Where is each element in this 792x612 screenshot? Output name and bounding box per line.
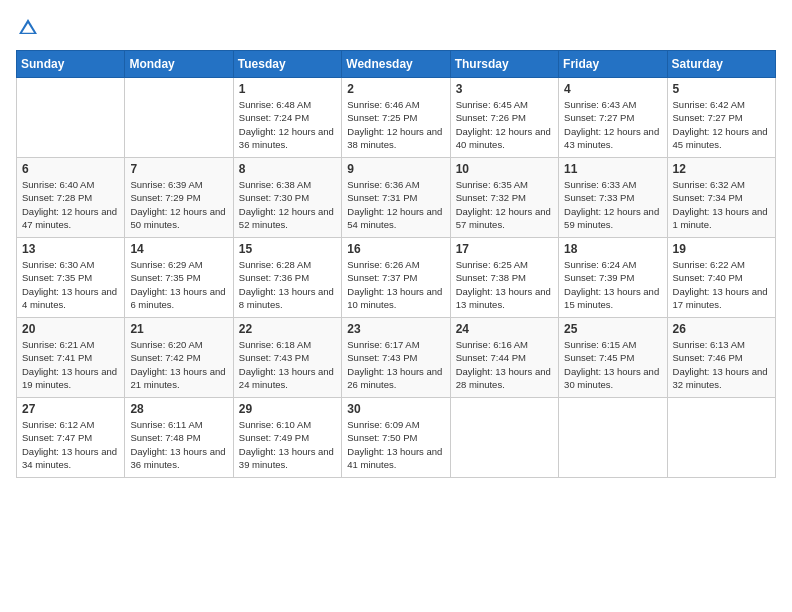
calendar-week-4: 20Sunrise: 6:21 AM Sunset: 7:41 PM Dayli… xyxy=(17,318,776,398)
calendar-cell: 13Sunrise: 6:30 AM Sunset: 7:35 PM Dayli… xyxy=(17,238,125,318)
calendar-cell: 2Sunrise: 6:46 AM Sunset: 7:25 PM Daylig… xyxy=(342,78,450,158)
calendar-cell: 15Sunrise: 6:28 AM Sunset: 7:36 PM Dayli… xyxy=(233,238,341,318)
page-header xyxy=(16,16,776,40)
calendar-cell: 19Sunrise: 6:22 AM Sunset: 7:40 PM Dayli… xyxy=(667,238,775,318)
day-number: 9 xyxy=(347,162,444,176)
calendar-cell: 29Sunrise: 6:10 AM Sunset: 7:49 PM Dayli… xyxy=(233,398,341,478)
day-info: Sunrise: 6:43 AM Sunset: 7:27 PM Dayligh… xyxy=(564,98,661,151)
day-number: 23 xyxy=(347,322,444,336)
day-number: 25 xyxy=(564,322,661,336)
calendar-cell: 20Sunrise: 6:21 AM Sunset: 7:41 PM Dayli… xyxy=(17,318,125,398)
calendar-week-1: 1Sunrise: 6:48 AM Sunset: 7:24 PM Daylig… xyxy=(17,78,776,158)
day-number: 3 xyxy=(456,82,553,96)
calendar-cell: 18Sunrise: 6:24 AM Sunset: 7:39 PM Dayli… xyxy=(559,238,667,318)
day-number: 12 xyxy=(673,162,770,176)
day-header-tuesday: Tuesday xyxy=(233,51,341,78)
calendar-cell: 8Sunrise: 6:38 AM Sunset: 7:30 PM Daylig… xyxy=(233,158,341,238)
day-info: Sunrise: 6:10 AM Sunset: 7:49 PM Dayligh… xyxy=(239,418,336,471)
day-number: 4 xyxy=(564,82,661,96)
calendar-cell: 23Sunrise: 6:17 AM Sunset: 7:43 PM Dayli… xyxy=(342,318,450,398)
calendar-cell: 1Sunrise: 6:48 AM Sunset: 7:24 PM Daylig… xyxy=(233,78,341,158)
day-header-sunday: Sunday xyxy=(17,51,125,78)
calendar-cell xyxy=(17,78,125,158)
calendar-cell: 6Sunrise: 6:40 AM Sunset: 7:28 PM Daylig… xyxy=(17,158,125,238)
day-number: 1 xyxy=(239,82,336,96)
day-number: 22 xyxy=(239,322,336,336)
calendar-cell: 21Sunrise: 6:20 AM Sunset: 7:42 PM Dayli… xyxy=(125,318,233,398)
day-number: 18 xyxy=(564,242,661,256)
calendar-cell xyxy=(450,398,558,478)
calendar-cell: 24Sunrise: 6:16 AM Sunset: 7:44 PM Dayli… xyxy=(450,318,558,398)
calendar-cell: 28Sunrise: 6:11 AM Sunset: 7:48 PM Dayli… xyxy=(125,398,233,478)
calendar-week-2: 6Sunrise: 6:40 AM Sunset: 7:28 PM Daylig… xyxy=(17,158,776,238)
day-number: 7 xyxy=(130,162,227,176)
calendar-cell: 12Sunrise: 6:32 AM Sunset: 7:34 PM Dayli… xyxy=(667,158,775,238)
day-number: 16 xyxy=(347,242,444,256)
day-info: Sunrise: 6:40 AM Sunset: 7:28 PM Dayligh… xyxy=(22,178,119,231)
day-header-thursday: Thursday xyxy=(450,51,558,78)
day-info: Sunrise: 6:35 AM Sunset: 7:32 PM Dayligh… xyxy=(456,178,553,231)
day-info: Sunrise: 6:21 AM Sunset: 7:41 PM Dayligh… xyxy=(22,338,119,391)
day-number: 30 xyxy=(347,402,444,416)
calendar-cell: 5Sunrise: 6:42 AM Sunset: 7:27 PM Daylig… xyxy=(667,78,775,158)
day-number: 24 xyxy=(456,322,553,336)
day-number: 8 xyxy=(239,162,336,176)
day-info: Sunrise: 6:16 AM Sunset: 7:44 PM Dayligh… xyxy=(456,338,553,391)
day-info: Sunrise: 6:28 AM Sunset: 7:36 PM Dayligh… xyxy=(239,258,336,311)
calendar-cell: 7Sunrise: 6:39 AM Sunset: 7:29 PM Daylig… xyxy=(125,158,233,238)
day-info: Sunrise: 6:18 AM Sunset: 7:43 PM Dayligh… xyxy=(239,338,336,391)
day-info: Sunrise: 6:13 AM Sunset: 7:46 PM Dayligh… xyxy=(673,338,770,391)
day-info: Sunrise: 6:15 AM Sunset: 7:45 PM Dayligh… xyxy=(564,338,661,391)
calendar-cell: 3Sunrise: 6:45 AM Sunset: 7:26 PM Daylig… xyxy=(450,78,558,158)
day-header-monday: Monday xyxy=(125,51,233,78)
day-info: Sunrise: 6:11 AM Sunset: 7:48 PM Dayligh… xyxy=(130,418,227,471)
day-number: 5 xyxy=(673,82,770,96)
day-number: 20 xyxy=(22,322,119,336)
calendar-cell: 17Sunrise: 6:25 AM Sunset: 7:38 PM Dayli… xyxy=(450,238,558,318)
day-info: Sunrise: 6:48 AM Sunset: 7:24 PM Dayligh… xyxy=(239,98,336,151)
day-header-friday: Friday xyxy=(559,51,667,78)
calendar-cell xyxy=(125,78,233,158)
day-info: Sunrise: 6:42 AM Sunset: 7:27 PM Dayligh… xyxy=(673,98,770,151)
calendar-week-5: 27Sunrise: 6:12 AM Sunset: 7:47 PM Dayli… xyxy=(17,398,776,478)
day-number: 21 xyxy=(130,322,227,336)
calendar-cell xyxy=(559,398,667,478)
day-number: 6 xyxy=(22,162,119,176)
day-info: Sunrise: 6:45 AM Sunset: 7:26 PM Dayligh… xyxy=(456,98,553,151)
day-info: Sunrise: 6:24 AM Sunset: 7:39 PM Dayligh… xyxy=(564,258,661,311)
calendar-cell: 16Sunrise: 6:26 AM Sunset: 7:37 PM Dayli… xyxy=(342,238,450,318)
day-number: 2 xyxy=(347,82,444,96)
day-header-wednesday: Wednesday xyxy=(342,51,450,78)
calendar-cell: 4Sunrise: 6:43 AM Sunset: 7:27 PM Daylig… xyxy=(559,78,667,158)
day-number: 17 xyxy=(456,242,553,256)
calendar-cell xyxy=(667,398,775,478)
calendar-cell: 27Sunrise: 6:12 AM Sunset: 7:47 PM Dayli… xyxy=(17,398,125,478)
day-info: Sunrise: 6:39 AM Sunset: 7:29 PM Dayligh… xyxy=(130,178,227,231)
day-info: Sunrise: 6:32 AM Sunset: 7:34 PM Dayligh… xyxy=(673,178,770,231)
calendar-cell: 10Sunrise: 6:35 AM Sunset: 7:32 PM Dayli… xyxy=(450,158,558,238)
day-header-saturday: Saturday xyxy=(667,51,775,78)
day-number: 13 xyxy=(22,242,119,256)
day-info: Sunrise: 6:12 AM Sunset: 7:47 PM Dayligh… xyxy=(22,418,119,471)
calendar-cell: 26Sunrise: 6:13 AM Sunset: 7:46 PM Dayli… xyxy=(667,318,775,398)
calendar-cell: 25Sunrise: 6:15 AM Sunset: 7:45 PM Dayli… xyxy=(559,318,667,398)
calendar-cell: 22Sunrise: 6:18 AM Sunset: 7:43 PM Dayli… xyxy=(233,318,341,398)
day-info: Sunrise: 6:38 AM Sunset: 7:30 PM Dayligh… xyxy=(239,178,336,231)
day-info: Sunrise: 6:29 AM Sunset: 7:35 PM Dayligh… xyxy=(130,258,227,311)
day-number: 19 xyxy=(673,242,770,256)
day-info: Sunrise: 6:22 AM Sunset: 7:40 PM Dayligh… xyxy=(673,258,770,311)
day-info: Sunrise: 6:36 AM Sunset: 7:31 PM Dayligh… xyxy=(347,178,444,231)
logo xyxy=(16,16,44,40)
day-number: 26 xyxy=(673,322,770,336)
day-info: Sunrise: 6:20 AM Sunset: 7:42 PM Dayligh… xyxy=(130,338,227,391)
calendar-header-row: SundayMondayTuesdayWednesdayThursdayFrid… xyxy=(17,51,776,78)
day-info: Sunrise: 6:46 AM Sunset: 7:25 PM Dayligh… xyxy=(347,98,444,151)
day-info: Sunrise: 6:33 AM Sunset: 7:33 PM Dayligh… xyxy=(564,178,661,231)
day-number: 27 xyxy=(22,402,119,416)
day-number: 29 xyxy=(239,402,336,416)
day-info: Sunrise: 6:09 AM Sunset: 7:50 PM Dayligh… xyxy=(347,418,444,471)
day-number: 11 xyxy=(564,162,661,176)
day-number: 28 xyxy=(130,402,227,416)
day-info: Sunrise: 6:30 AM Sunset: 7:35 PM Dayligh… xyxy=(22,258,119,311)
day-number: 14 xyxy=(130,242,227,256)
